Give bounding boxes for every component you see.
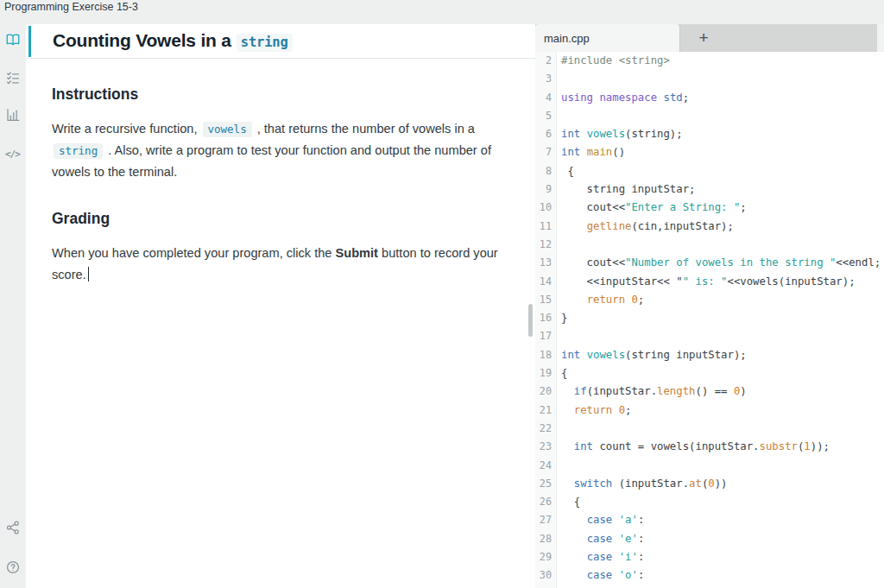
code-text: case 'a': (557, 511, 644, 529)
code-line-27[interactable]: 27 case 'a': (535, 511, 884, 529)
checklist-icon[interactable] (5, 70, 21, 85)
code-line-10[interactable]: 10 cout<<"Enter a String: "; (535, 199, 884, 217)
text-caret (88, 267, 89, 281)
code-line-4[interactable]: 4using namespace std; (535, 89, 884, 107)
code-token: namespace (599, 92, 657, 104)
code-line-15[interactable]: 15 return 0; (535, 291, 884, 309)
book-icon[interactable] (5, 32, 21, 47)
code-token: : (638, 551, 644, 563)
code-token (612, 551, 618, 563)
code-token (561, 440, 574, 452)
code-text: return 0; (557, 291, 644, 309)
line-number: 7 (535, 143, 557, 161)
code-line-19[interactable]: 19{ (535, 364, 884, 383)
code-token: cout<< (561, 201, 625, 213)
code-line-20[interactable]: 20 if(inputStar.length() == 0) (535, 383, 884, 401)
code-token (580, 146, 586, 158)
code-token: std (663, 92, 682, 104)
code-token: ; (740, 201, 746, 213)
code-line-6[interactable]: 6int vowels(string); (535, 125, 884, 143)
line-number: 3 (535, 70, 557, 88)
tab-main.cpp[interactable]: main.cpp (535, 24, 680, 52)
share-icon[interactable] (5, 520, 21, 535)
code-line-17[interactable]: 17 (535, 327, 884, 345)
code-token: "Enter a String: " (625, 201, 740, 213)
instructions-panel: Counting Vowels in astring InstructionsW… (26, 24, 535, 588)
code-token: ) (740, 385, 746, 397)
code-line-28[interactable]: 28 case 'e': (535, 530, 884, 548)
code-token: case (587, 533, 613, 545)
left-panel-scrollbar[interactable] (528, 304, 533, 337)
line-number: 4 (535, 89, 557, 107)
code-token: substr (760, 440, 798, 452)
code-line-22[interactable]: 22 (535, 420, 884, 438)
body-paragraph: Write a recursive function, vowels , tha… (52, 118, 509, 183)
code-line-23[interactable]: 23 int count = vowels(inputStar.substr(1… (535, 438, 884, 456)
line-number: 26 (535, 493, 557, 511)
code-line-7[interactable]: 7int main() (535, 143, 884, 161)
code-token: int (561, 146, 580, 158)
code-token: int (574, 440, 593, 452)
code-icon[interactable]: </> (5, 145, 21, 161)
line-number: 25 (535, 475, 557, 493)
line-number: 15 (535, 291, 557, 309)
code-line-29[interactable]: 29 case 'i': (535, 548, 884, 566)
code-line-8[interactable]: 8 { (535, 162, 884, 180)
title-inline-code: string (237, 34, 293, 52)
code-line-21[interactable]: 21 return 0; (535, 401, 884, 420)
code-line-30[interactable]: 30 case 'o': (535, 566, 884, 585)
text-run: . Also, write a program to test your fun… (52, 143, 491, 179)
code-text: #include <string> (557, 52, 670, 70)
code-line-3[interactable]: 3 (535, 70, 884, 88)
add-tab-button[interactable]: + (691, 24, 717, 52)
code-token: vowels (587, 349, 625, 361)
code-token (561, 551, 587, 563)
code-line-5[interactable]: 5 (535, 107, 884, 125)
code-line-18[interactable]: 18int vowels(string inputStar); (535, 346, 884, 364)
section-heading: Instructions (52, 85, 509, 104)
bold-text: Submit (336, 246, 378, 260)
code-token: { (561, 367, 567, 379)
code-line-13[interactable]: 13 cout<<"Number of vowels in the string… (535, 254, 884, 272)
line-number: 11 (535, 218, 557, 236)
code-token: main (587, 146, 613, 158)
code-line-11[interactable]: 11 getline(cin,inputStar); (535, 218, 884, 236)
code-token (561, 404, 574, 416)
code-text (557, 420, 561, 438)
line-number: 14 (535, 273, 557, 291)
code-line-12[interactable]: 12 (535, 236, 884, 254)
code-token: )) (715, 477, 728, 490)
code-text: int count = vowels(inputStar.substr(1)); (557, 438, 830, 456)
code-text: { (557, 162, 574, 180)
line-number: 6 (535, 125, 557, 143)
code-text: { (557, 493, 580, 511)
editor-scrollbar-track[interactable] (877, 24, 884, 52)
code-text: if(inputStar.length() == 0) (557, 383, 747, 401)
code-line-9[interactable]: 9 string inputStar; (535, 180, 884, 199)
code-line-2[interactable]: 2#include <string> (535, 52, 884, 70)
code-token (580, 128, 586, 140)
code-token: { (561, 165, 574, 177)
help-icon[interactable] (5, 560, 21, 575)
code-text: <<inputStar<< "" is: "<<vowels(inputStar… (557, 273, 856, 291)
line-number: 18 (535, 346, 557, 364)
code-token: : (638, 533, 644, 545)
code-line-25[interactable]: 25 switch (inputStar.at(0)) (535, 475, 884, 493)
code-line-26[interactable]: 26 { (535, 493, 884, 511)
code-token (561, 385, 574, 397)
code-area[interactable]: 2#include <string>34using namespace std;… (535, 52, 884, 588)
code-token (561, 294, 587, 306)
line-number: 30 (535, 566, 557, 585)
code-token: at (689, 477, 702, 490)
chart-icon[interactable] (5, 107, 21, 123)
line-number: 5 (535, 107, 557, 125)
code-token: 'a' (619, 514, 638, 526)
code-line-16[interactable]: 16} (535, 309, 884, 327)
code-line-24[interactable]: 24 (535, 457, 884, 475)
code-line-14[interactable]: 14 <<inputStar<< "" is: "<<vowels(inputS… (535, 273, 884, 291)
code-token: (string inputStar); (625, 349, 747, 361)
code-token: getline (587, 220, 632, 232)
code-token: : (638, 569, 644, 581)
code-token (580, 349, 586, 361)
code-token: <<vowels(inputStar); (728, 275, 856, 288)
